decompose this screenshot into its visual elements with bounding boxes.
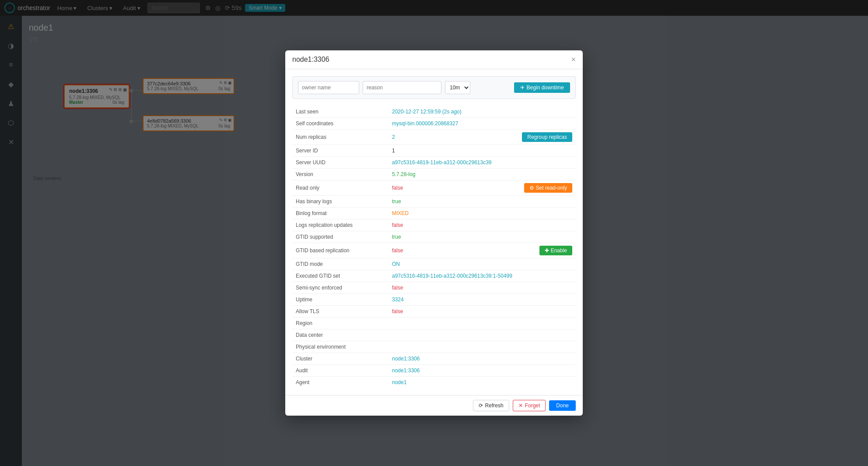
modal-overlay: node1:3306 × 10m 30m 1h 2h 4h 8h 12h 24h [0,0,868,16]
